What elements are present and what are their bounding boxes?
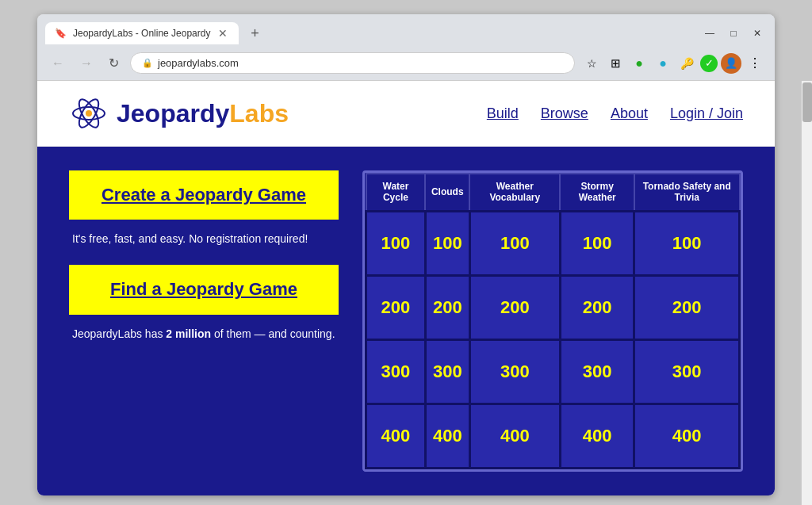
main-content: Create a Jeopardy Game It's free, fast, … — [37, 147, 775, 495]
board-cell[interactable]: 300 — [469, 339, 560, 404]
star-icon[interactable]: ☆ — [581, 53, 602, 74]
board-cell[interactable]: 200 — [469, 275, 560, 339]
board-cell[interactable]: 200 — [560, 275, 634, 339]
board-row: 100100100100100 — [366, 211, 740, 275]
forward-button[interactable]: → — [75, 53, 98, 74]
board-cell[interactable]: 100 — [560, 211, 634, 275]
refresh-button[interactable]: ↻ — [104, 52, 124, 74]
extension-icon-4[interactable]: 🔑 — [676, 53, 697, 74]
tab-favicon: 🔖 — [55, 28, 67, 39]
logo-jeopardy: Jeopardy — [117, 99, 229, 128]
new-tab-button[interactable]: + — [243, 22, 266, 44]
nav-browse[interactable]: Browse — [541, 105, 588, 122]
board-cell[interactable]: 400 — [366, 404, 426, 468]
logo-text: JeopardyLabs — [117, 99, 289, 128]
extension-icon-3[interactable]: ● — [653, 53, 673, 74]
svg-point-0 — [86, 110, 92, 117]
board-cell[interactable]: 300 — [366, 339, 426, 404]
minimize-button[interactable]: — — [700, 24, 719, 43]
find-desc-suffix: of them — and counting. — [211, 327, 335, 340]
find-desc-bold: 2 million — [166, 327, 211, 340]
left-panel: Create a Jeopardy Game It's free, fast, … — [69, 170, 339, 472]
logo-area: JeopardyLabs — [69, 94, 487, 133]
board-cell[interactable]: 100 — [366, 211, 426, 275]
active-tab[interactable]: 🔖 JeopardyLabs - Online Jeopardy ✕ — [45, 22, 239, 44]
profile-icon[interactable]: 👤 — [721, 53, 741, 74]
board-row: 300300300300300 — [366, 339, 740, 404]
board-cell[interactable]: 200 — [425, 275, 469, 339]
lock-icon: 🔒 — [142, 58, 153, 68]
board-column-header: Water Cycle — [366, 174, 426, 211]
board-cell[interactable]: 400 — [560, 404, 634, 468]
nav-login[interactable]: Login / Join — [670, 105, 743, 122]
board-cell[interactable]: 200 — [366, 275, 426, 339]
extension-icon-2[interactable]: ● — [629, 53, 649, 74]
create-game-button[interactable]: Create a Jeopardy Game — [69, 170, 339, 220]
board-column-header: Weather Vocabulary — [469, 174, 560, 211]
back-button[interactable]: ← — [47, 53, 69, 74]
board-row: 200200200200200 — [366, 275, 740, 339]
board-row: 400400400400400 — [366, 404, 740, 468]
board-cell[interactable]: 100 — [634, 211, 740, 275]
logo-labs: Labs — [229, 99, 289, 128]
board-cell[interactable]: 400 — [469, 404, 560, 468]
nav-build[interactable]: Build — [487, 105, 519, 122]
tab-close-btn[interactable]: ✕ — [216, 27, 229, 40]
nav-about[interactable]: About — [611, 105, 648, 122]
menu-button[interactable]: ⋮ — [745, 53, 765, 74]
board-cell[interactable]: 300 — [425, 339, 469, 404]
board-cell[interactable]: 400 — [425, 404, 469, 468]
board-cell[interactable]: 100 — [469, 211, 560, 275]
find-game-button[interactable]: Find a Jeopardy Game — [69, 265, 339, 314]
create-game-desc: It's free, fast, and easy. No registrati… — [69, 231, 339, 247]
board-cell[interactable]: 100 — [425, 211, 469, 275]
close-button[interactable]: ✕ — [748, 24, 767, 43]
board-cell[interactable]: 300 — [634, 339, 740, 404]
board-cell[interactable]: 200 — [634, 275, 740, 339]
board-column-header: Stormy Weather — [560, 174, 634, 211]
jeopardy-board: Water CycleCloudsWeather VocabularyStorm… — [362, 170, 743, 472]
find-desc-prefix: JeopardyLabs has — [72, 327, 166, 340]
maximize-button[interactable]: □ — [724, 24, 743, 43]
board-cell[interactable]: 400 — [634, 404, 740, 468]
url-bar[interactable]: 🔒 jeopardylabs.com — [130, 52, 575, 74]
main-nav: Build Browse About Login / Join — [487, 105, 743, 122]
find-game-desc: JeopardyLabs has 2 million of them — and… — [69, 326, 339, 342]
board-cell[interactable]: 300 — [560, 339, 634, 404]
tab-title: JeopardyLabs - Online Jeopardy — [73, 28, 210, 39]
site-header: JeopardyLabs Build Browse About Login / … — [37, 81, 775, 147]
extension-icon-5[interactable]: ✓ — [700, 55, 718, 72]
extension-icon-1[interactable]: ⊞ — [605, 53, 626, 74]
url-text: jeopardylabs.com — [158, 57, 239, 69]
board-column-header: Clouds — [425, 174, 469, 211]
board-column-header: Tornado Safety and Trivia — [634, 174, 740, 211]
logo-icon — [69, 94, 109, 133]
